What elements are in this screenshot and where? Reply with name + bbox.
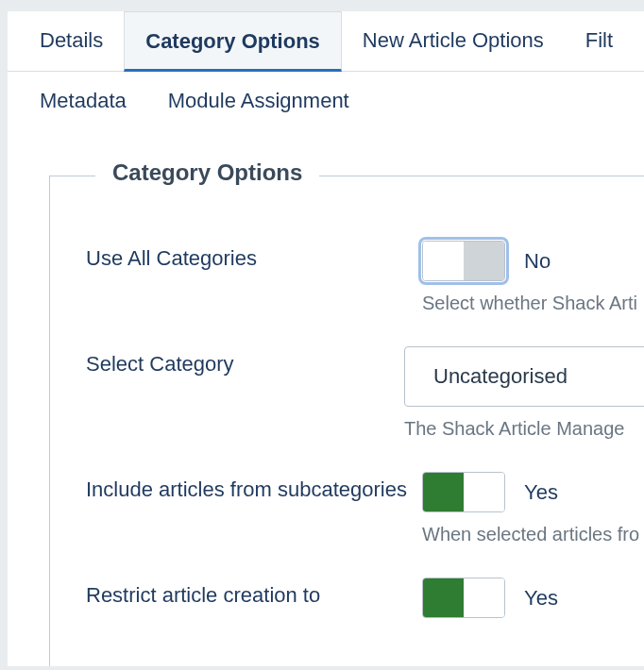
row-use-all-categories: Use All Categories No Select whether Sha… [50, 176, 644, 314]
tab-category-options[interactable]: Category Options [124, 11, 342, 72]
toggle-value-restrict-creation: Yes [524, 586, 558, 611]
category-options-fieldset: Category Options Use All Categories No S… [49, 176, 644, 666]
select-category-value: Uncategorised [433, 364, 568, 389]
help-include-subcategories: When selected articles fro [422, 524, 644, 545]
settings-panel: Details Category Options New Article Opt… [8, 11, 644, 666]
toggle-use-all-categories[interactable] [422, 241, 505, 281]
control-restrict-creation: Yes [422, 578, 644, 618]
help-use-all-categories: Select whether Shack Arti [422, 293, 644, 314]
control-use-all-categories: No Select whether Shack Arti [422, 241, 644, 314]
row-include-subcategories: Include articles from subcategories Yes … [50, 440, 644, 545]
tab-filtering[interactable]: Filt [565, 11, 634, 71]
label-restrict-creation: Restrict article creation to [86, 578, 422, 608]
toggle-half-off [464, 578, 504, 617]
tab-metadata[interactable]: Metadata [19, 72, 147, 128]
toggle-half-off [423, 242, 464, 280]
toggle-wrap: No [422, 241, 644, 281]
help-select-category: The Shack Article Manage [404, 418, 644, 440]
toggle-half-off [464, 473, 504, 511]
label-use-all-categories: Use All Categories [86, 241, 422, 271]
toggle-half-on [423, 578, 464, 617]
tab-module-assignment[interactable]: Module Assignment [147, 72, 370, 128]
toggle-value-use-all: No [524, 249, 551, 274]
toggle-wrap: Yes [422, 578, 644, 618]
fieldset-container: Category Options Use All Categories No S… [8, 128, 644, 666]
toggle-value-include-subcats: Yes [524, 480, 558, 505]
row-select-category: Select Category Uncategorised The Shack … [50, 314, 644, 440]
toggle-restrict-creation[interactable] [422, 578, 505, 618]
control-include-subcategories: Yes When selected articles fro [422, 472, 644, 545]
tab-details[interactable]: Details [19, 11, 124, 71]
label-include-subcategories: Include articles from subcategories [86, 472, 422, 502]
tabs-secondary: Metadata Module Assignment [8, 72, 644, 128]
toggle-half-on [423, 473, 464, 511]
select-category-dropdown[interactable]: Uncategorised [404, 346, 644, 407]
fieldset-legend: Category Options [95, 159, 319, 186]
toggle-half-on [464, 242, 504, 280]
label-select-category: Select Category [86, 346, 404, 377]
tab-new-article-options[interactable]: New Article Options [342, 11, 565, 71]
tabs-primary: Details Category Options New Article Opt… [8, 11, 644, 72]
toggle-include-subcategories[interactable] [422, 472, 505, 512]
toggle-wrap: Yes [422, 472, 644, 512]
control-select-category: Uncategorised The Shack Article Manage [404, 346, 644, 440]
row-restrict-creation: Restrict article creation to Yes [50, 545, 644, 618]
